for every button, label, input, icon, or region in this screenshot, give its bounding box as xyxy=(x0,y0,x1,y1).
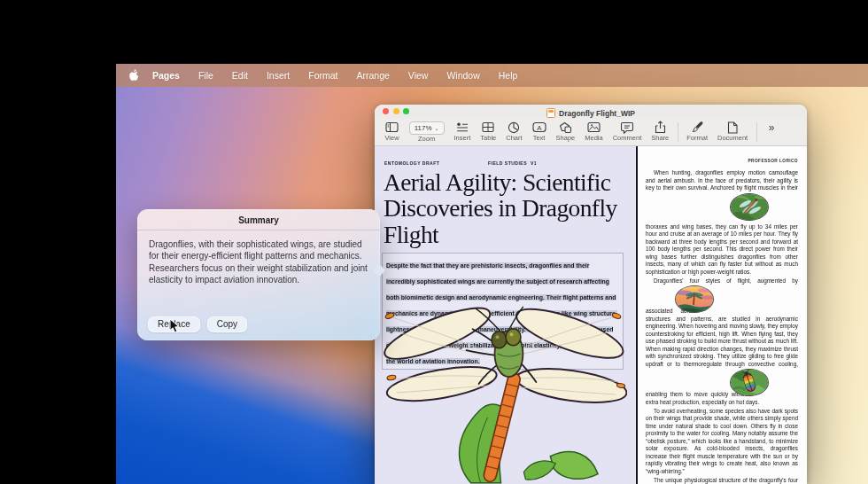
media-icon xyxy=(587,121,601,134)
toolbar-label: Media xyxy=(585,134,602,142)
toolbar-label: Document xyxy=(717,134,748,142)
toolbar-separator xyxy=(678,122,678,142)
screen: PagesFileEditInsertFormatArrangeViewWind… xyxy=(0,0,868,484)
window-title-text: Dragonfly Flight_WIP xyxy=(559,109,635,118)
menu-items: PagesFileEditInsertFormatArrangeViewWind… xyxy=(152,70,517,81)
format-icon xyxy=(691,121,704,134)
toolbar-shape-button[interactable]: Shape xyxy=(556,121,576,142)
toolbar-document-button[interactable]: Document xyxy=(717,121,748,142)
traffic-lights xyxy=(383,108,409,114)
dragonfly-sunset-image[interactable] xyxy=(675,285,714,313)
insert-icon xyxy=(456,121,469,134)
toolbar-text-button[interactable]: AText xyxy=(532,121,546,142)
byline[interactable]: PROFESSOR LORICO xyxy=(646,159,798,163)
eyebrow-field-studies[interactable]: FIELD STUDIES xyxy=(488,160,527,166)
zoom-window-button[interactable] xyxy=(403,108,409,114)
apple-menu-icon[interactable] xyxy=(128,69,140,82)
text-icon: A xyxy=(532,121,546,134)
toolbar-separator xyxy=(756,122,757,142)
article-paragraph[interactable]: Dragonflies' four styles of flight, augm… xyxy=(646,277,798,407)
menu-view[interactable]: View xyxy=(408,70,429,81)
article-paragraph[interactable]: When hunting, dragonflies employ motion … xyxy=(646,169,798,276)
toolbar-more-button[interactable]: » xyxy=(765,121,778,134)
article-paragraph[interactable]: To avoid overheating, some species also … xyxy=(646,408,798,476)
replace-button[interactable]: Replace xyxy=(148,316,200,332)
menu-edit[interactable]: Edit xyxy=(232,70,248,81)
toolbar-format-button[interactable]: Format xyxy=(686,121,708,142)
toolbar-label: Chart xyxy=(506,134,522,142)
svg-text:A: A xyxy=(537,124,542,132)
popup-summary-text: Dragonflies, with their sophisticated wi… xyxy=(137,230,380,285)
svg-text:»: » xyxy=(769,121,775,133)
document-left-page[interactable]: ENTOMOLOGY DRAFT FIELD STUDIES V1 Aerial… xyxy=(375,146,636,484)
right-column-paragraphs: When hunting, dragonflies employ motion … xyxy=(646,169,798,484)
toolbar-view-button[interactable]: View xyxy=(385,121,399,142)
toolbar-label: Zoom xyxy=(418,135,435,143)
text-wrap-spacer xyxy=(749,193,798,222)
document-icon xyxy=(727,121,738,134)
shape-icon xyxy=(559,121,572,134)
toolbar-media-button[interactable]: Media xyxy=(585,121,602,142)
popup-title: Summary xyxy=(137,209,380,230)
document-area: ENTOMOLOGY DRAFT FIELD STUDIES V1 Aerial… xyxy=(375,146,807,484)
toolbar-share-button[interactable]: Share xyxy=(651,121,669,142)
menu-bar: PagesFileEditInsertFormatArrangeViewWind… xyxy=(116,64,868,87)
close-button[interactable] xyxy=(383,108,389,114)
more-icon: » xyxy=(765,121,778,134)
menu-arrange[interactable]: Arrange xyxy=(356,70,389,81)
pages-document-icon xyxy=(546,108,555,118)
menu-window[interactable]: Window xyxy=(446,70,479,81)
chart-icon xyxy=(508,121,520,134)
menu-file[interactable]: File xyxy=(198,70,213,81)
toolbar-insert-button[interactable]: Insert xyxy=(454,121,471,142)
menu-help[interactable]: Help xyxy=(499,70,518,81)
pages-window: Dragonfly Flight_WIP View117%⌄ZoomInsert… xyxy=(375,105,807,484)
text-wrap-spacer xyxy=(749,369,798,398)
pages-toolbar: View117%⌄ZoomInsertTableChartATextShapeM… xyxy=(375,119,807,146)
share-icon xyxy=(655,121,666,134)
eyebrow-version[interactable]: V1 xyxy=(531,160,537,166)
toolbar-label: Shape xyxy=(556,134,576,142)
window-titlebar[interactable]: Dragonfly Flight_WIP xyxy=(375,105,807,119)
toolbar-label: Share xyxy=(651,134,669,142)
desktop-wallpaper: PagesFileEditInsertFormatArrangeViewWind… xyxy=(116,64,868,484)
dragonfly-on-leaves-image[interactable] xyxy=(730,193,769,221)
popup-buttons: Replace Copy xyxy=(148,316,247,332)
rainbow-beetle-image[interactable] xyxy=(730,369,769,396)
copy-button[interactable]: Copy xyxy=(207,316,247,332)
toolbar-comment-button[interactable]: Comment xyxy=(613,121,642,142)
toolbar-label: View xyxy=(385,134,399,142)
menu-format[interactable]: Format xyxy=(308,70,337,81)
table-icon xyxy=(482,121,494,134)
window-title: Dragonfly Flight_WIP xyxy=(546,108,635,118)
article-title[interactable]: Aerial Agility: Scientific Discoveries i… xyxy=(384,169,632,247)
toolbar-table-button[interactable]: Table xyxy=(480,121,496,142)
toolbar-label: Table xyxy=(480,134,496,142)
menu-pages[interactable]: Pages xyxy=(152,70,180,81)
document-right-column[interactable]: PROFESSOR LORICO When hunting, dragonfli… xyxy=(638,146,807,484)
toolbar-label: Text xyxy=(533,134,546,142)
sidebar-icon xyxy=(385,121,399,134)
zoom-icon: 117%⌄ xyxy=(409,121,445,135)
toolbar-label: Format xyxy=(686,134,708,142)
toolbar-label: Insert xyxy=(454,134,471,142)
toolbar-zoom-button[interactable]: 117%⌄Zoom xyxy=(409,121,445,143)
eyebrow-entomology[interactable]: ENTOMOLOGY DRAFT xyxy=(384,160,439,166)
article-paragraph[interactable]: The unique physiological structure of th… xyxy=(646,477,798,484)
menu-insert[interactable]: Insert xyxy=(267,70,290,81)
summary-popup: Summary Dragonflies, with their sophisti… xyxy=(137,209,380,340)
toolbar-label: Comment xyxy=(613,134,642,142)
dragonfly-illustration[interactable] xyxy=(376,303,627,484)
text-wrap-spacer xyxy=(694,285,798,315)
toolbar-chart-button[interactable]: Chart xyxy=(506,121,522,142)
minimize-button[interactable] xyxy=(393,108,399,114)
comment-icon xyxy=(621,121,633,134)
